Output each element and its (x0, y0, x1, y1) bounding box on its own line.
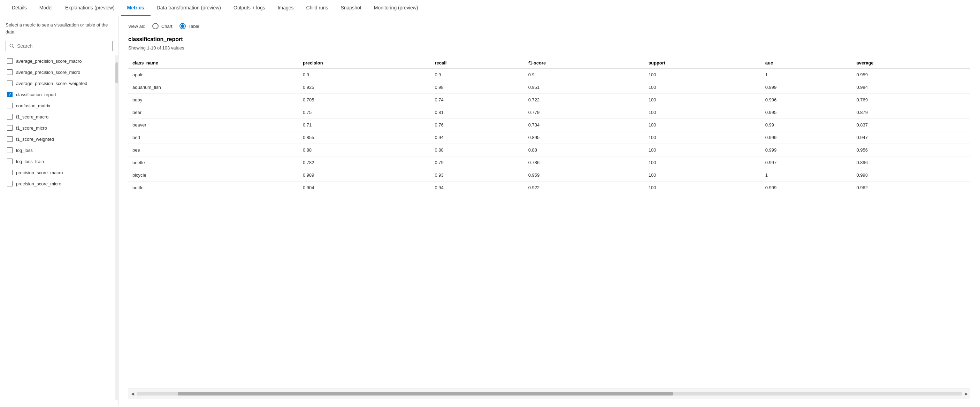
table-cell: 100 (644, 106, 761, 119)
table-cell: 0.786 (524, 156, 644, 169)
metric-checkbox[interactable] (7, 159, 13, 164)
table-row: bed0.8550.940.8951000.9990.947 (128, 131, 970, 144)
view-as-label: View as: (128, 24, 145, 29)
metric-item[interactable]: f1_score_micro (6, 122, 113, 134)
table-cell: aquarium_fish (128, 81, 299, 94)
table-cell: 0.782 (299, 156, 431, 169)
metric-checkbox[interactable] (7, 81, 13, 86)
metric-item[interactable]: f1_score_macro (6, 111, 113, 122)
sidebar-scroll-thumb[interactable] (115, 62, 118, 83)
tab-monitoring--preview-[interactable]: Monitoring (preview) (368, 0, 425, 16)
table-radio-circle[interactable] (180, 23, 186, 29)
metric-item[interactable]: precision_score_macro (6, 167, 113, 178)
tab-explanations--preview-[interactable]: Explanations (preview) (59, 0, 121, 16)
metric-checkbox[interactable] (7, 136, 13, 142)
metric-label: log_loss_train (16, 159, 44, 164)
table-cell: 0.837 (852, 119, 970, 131)
table-cell: bee (128, 144, 299, 156)
view-as-row: View as: Chart Table (128, 23, 970, 29)
table-cell: 100 (644, 68, 761, 81)
table-container[interactable]: class_nameprecisionrecallf1-scoresupport… (128, 57, 970, 388)
metric-checkbox[interactable] (7, 148, 13, 153)
tab-details[interactable]: Details (6, 0, 33, 16)
scroll-right-arrow[interactable]: ▶ (962, 390, 970, 397)
table-cell: 0.769 (852, 94, 970, 106)
tab-images[interactable]: Images (272, 0, 300, 16)
table-cell: 0.88 (524, 144, 644, 156)
table-cell: 0.962 (852, 181, 970, 194)
metric-checkbox[interactable] (7, 92, 13, 97)
showing-text: Showing 1-10 of 103 values (128, 45, 970, 51)
scroll-thumb[interactable] (178, 392, 673, 396)
table-cell: 0.88 (430, 144, 524, 156)
column-header-average: average (852, 57, 970, 68)
search-box[interactable] (6, 41, 113, 51)
metric-checkbox[interactable] (7, 114, 13, 119)
metric-item[interactable]: average_precision_score_micro (6, 67, 113, 78)
table-row: apple0.90.90.910010.959 (128, 68, 970, 81)
metric-item[interactable]: average_precision_score_macro (6, 56, 113, 67)
metric-label: precision_score_macro (16, 170, 63, 175)
table-cell: 0.999 (761, 181, 853, 194)
metric-checkbox[interactable] (7, 125, 13, 131)
table-cell: 0.75 (299, 106, 431, 119)
metric-item[interactable]: confusion_matrix (6, 100, 113, 111)
table-cell: 0.99 (761, 119, 853, 131)
metric-checkbox[interactable] (7, 181, 13, 186)
metric-checkbox[interactable] (7, 103, 13, 108)
table-row: bicycle0.9890.930.95910010.998 (128, 169, 970, 181)
metric-checkbox[interactable] (7, 58, 13, 64)
tab-outputs---logs[interactable]: Outputs + logs (227, 0, 272, 16)
table-cell: 0.896 (852, 156, 970, 169)
metric-checkbox[interactable] (7, 170, 13, 175)
metric-item[interactable]: average_precision_score_weighted (6, 78, 113, 89)
scroll-track[interactable] (137, 392, 962, 396)
column-header-auc: auc (761, 57, 853, 68)
table-cell: 0.98 (430, 81, 524, 94)
tab-snapshot[interactable]: Snapshot (334, 0, 368, 16)
table-cell: 0.74 (430, 94, 524, 106)
metric-label: average_precision_score_weighted (16, 81, 88, 86)
column-header-support: support (644, 57, 761, 68)
table-row: beaver0.710.760.7341000.990.837 (128, 119, 970, 131)
table-radio-option[interactable]: Table (180, 23, 199, 29)
sidebar: Select a metric to see a visualization o… (0, 16, 118, 405)
chart-radio-circle[interactable] (152, 23, 159, 29)
horizontal-scrollbar[interactable]: ◀ ▶ (128, 388, 970, 399)
table-header: class_nameprecisionrecallf1-scoresupport… (128, 57, 970, 68)
table-cell: 0.925 (299, 81, 431, 94)
metric-label: f1_score_macro (16, 114, 48, 119)
table-cell: 0.956 (852, 144, 970, 156)
column-header-precision: precision (299, 57, 431, 68)
chart-radio-option[interactable]: Chart (152, 23, 172, 29)
table-cell: 0.94 (430, 131, 524, 144)
search-input[interactable] (17, 43, 109, 49)
table-row: bottle0.9040.940.9221000.9990.962 (128, 181, 970, 194)
tab-data-transformation--preview-[interactable]: Data transformation (preview) (151, 0, 227, 16)
table-cell: 0.855 (299, 131, 431, 144)
metric-label: average_precision_score_macro (16, 59, 82, 64)
metric-label: confusion_matrix (16, 103, 50, 108)
sidebar-scroll-track[interactable] (115, 56, 118, 400)
metric-label: average_precision_score_micro (16, 70, 80, 75)
tab-child-runs[interactable]: Child runs (300, 0, 334, 16)
table-row: beetle0.7820.790.7861000.9970.896 (128, 156, 970, 169)
scroll-left-arrow[interactable]: ◀ (128, 390, 137, 397)
metric-item[interactable]: classification_report (6, 89, 113, 100)
table-cell: 0.996 (761, 94, 853, 106)
metric-item[interactable]: log_loss (6, 145, 113, 156)
table-cell: 100 (644, 94, 761, 106)
table-cell: 0.904 (299, 181, 431, 194)
metric-item[interactable]: f1_score_weighted (6, 134, 113, 145)
tab-metrics[interactable]: Metrics (121, 0, 151, 16)
metric-checkbox[interactable] (7, 69, 13, 75)
table-cell: 100 (644, 169, 761, 181)
table-cell: 0.959 (524, 169, 644, 181)
metric-item[interactable]: log_loss_train (6, 156, 113, 167)
table-cell: 0.999 (761, 81, 853, 94)
table-cell: beaver (128, 119, 299, 131)
tab-model[interactable]: Model (33, 0, 59, 16)
table-cell: apple (128, 68, 299, 81)
content-area: View as: Chart Table classification_repo… (118, 16, 980, 405)
metric-item[interactable]: precision_score_micro (6, 178, 113, 189)
